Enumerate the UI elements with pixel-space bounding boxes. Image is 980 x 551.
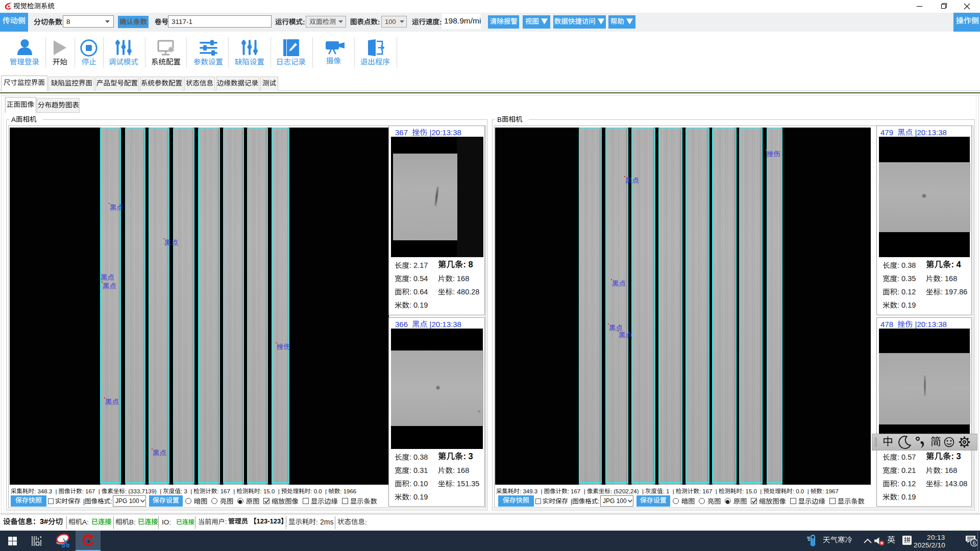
svg-text:: 1967: : 1967 bbox=[822, 488, 839, 494]
svg-text::: : bbox=[303, 18, 305, 26]
svg-text:100: 100 bbox=[385, 18, 396, 26]
svg-text:B: B bbox=[497, 116, 502, 123]
svg-text::: : bbox=[110, 498, 112, 505]
svg-text:: 15.0 |: : 15.0 | bbox=[260, 488, 281, 494]
svg-text:8: 8 bbox=[66, 18, 70, 26]
svg-text:: 0.12: : 0.12 bbox=[897, 288, 916, 296]
svg-text:IO:: IO: bbox=[162, 518, 171, 526]
svg-text:: 167 |: : 167 | bbox=[699, 488, 719, 494]
svg-text:: 1 |: : 1 | bbox=[663, 488, 676, 494]
svg-text:: 0.57: : 0.57 bbox=[897, 453, 916, 461]
svg-text:: 0.19: : 0.19 bbox=[897, 301, 916, 309]
svg-text:: 1966: : 1966 bbox=[340, 488, 356, 494]
svg-text:|20:13:38: |20:13:38 bbox=[427, 128, 461, 137]
svg-text::: : bbox=[598, 498, 599, 505]
svg-text:: 2.17: : 2.17 bbox=[409, 261, 428, 269]
svg-text:: 8: : 8 bbox=[463, 260, 473, 269]
svg-text:A: A bbox=[11, 116, 16, 123]
svg-text:: 167 |: : 167 | bbox=[82, 488, 102, 494]
svg-text:: 4: : 4 bbox=[951, 260, 962, 269]
svg-text:: 0.38: : 0.38 bbox=[409, 453, 428, 461]
svg-text::: : bbox=[225, 518, 227, 525]
svg-text:|: | bbox=[571, 498, 572, 505]
svg-text:3117-1: 3117-1 bbox=[172, 18, 192, 26]
svg-text::: : bbox=[439, 18, 442, 26]
svg-text:|20:13:38: |20:13:38 bbox=[427, 320, 461, 329]
svg-text:: 0.21: : 0.21 bbox=[897, 466, 916, 474]
svg-text:2ms: 2ms bbox=[320, 518, 333, 526]
svg-text:: 0.38: : 0.38 bbox=[897, 261, 916, 269]
svg-text:|20:13:38: |20:13:38 bbox=[913, 320, 946, 329]
svg-text:478: 478 bbox=[880, 320, 897, 329]
svg-text:: 168: : 168 bbox=[453, 274, 469, 283]
svg-text:: 0.54: : 0.54 bbox=[409, 274, 428, 283]
svg-text:: 349.3 |: : 349.3 | bbox=[520, 488, 544, 494]
svg-text:JPG 100: JPG 100 bbox=[115, 497, 139, 505]
svg-text:367: 367 bbox=[395, 128, 412, 137]
svg-text:: 143.08: : 143.08 bbox=[941, 480, 967, 488]
svg-text:: 0.0 |: : 0.0 | bbox=[793, 488, 811, 494]
svg-text:: 3 |: : 3 | bbox=[181, 488, 193, 494]
svg-text:: 3: : 3 bbox=[951, 452, 961, 461]
svg-text:|: | bbox=[83, 498, 85, 505]
svg-text:366: 366 bbox=[395, 320, 412, 329]
svg-text:: 0.19: : 0.19 bbox=[409, 493, 428, 501]
svg-text:A:: A: bbox=[82, 518, 89, 526]
svg-text:: 167 |: : 167 | bbox=[217, 488, 236, 494]
svg-text::: : bbox=[316, 518, 318, 526]
svg-text:6: 6 bbox=[972, 540, 975, 546]
svg-text:123-123: 123-123 bbox=[257, 517, 281, 525]
svg-text:B:: B: bbox=[129, 518, 136, 526]
svg-text:: 0.0 |: : 0.0 | bbox=[310, 488, 328, 494]
svg-text:: 151.35: : 151.35 bbox=[453, 480, 479, 488]
svg-text:: 348.3 |: : 348.3 | bbox=[34, 488, 59, 494]
svg-text:: 168: : 168 bbox=[941, 466, 957, 474]
svg-text:2025/2/10: 2025/2/10 bbox=[914, 541, 945, 549]
svg-text:3#: 3# bbox=[40, 517, 48, 525]
svg-text:: 15.0 |: : 15.0 | bbox=[742, 488, 763, 494]
svg-text:|20:13:38: |20:13:38 bbox=[913, 128, 946, 137]
svg-text:: 0.12: : 0.12 bbox=[897, 480, 916, 488]
svg-text:: 168: : 168 bbox=[453, 466, 469, 474]
svg-text:: (5202,24) |: : (5202,24) | bbox=[610, 488, 645, 494]
svg-text:JPG 100: JPG 100 bbox=[603, 497, 627, 505]
svg-text:479: 479 bbox=[880, 128, 897, 137]
svg-text:: 197.86: : 197.86 bbox=[941, 288, 967, 296]
svg-text:: 0.64: : 0.64 bbox=[409, 288, 428, 296]
svg-text:: 168: : 168 bbox=[941, 274, 957, 283]
svg-text:20:13: 20:13 bbox=[927, 534, 945, 541]
svg-text:: 480.28: : 480.28 bbox=[453, 288, 479, 296]
svg-text:: 0.19: : 0.19 bbox=[409, 301, 428, 309]
svg-text::: : bbox=[378, 18, 380, 26]
svg-text:: 0.10: : 0.10 bbox=[409, 480, 428, 488]
svg-text:: 0.35: : 0.35 bbox=[897, 274, 916, 283]
svg-text:: 3: : 3 bbox=[463, 452, 473, 461]
svg-text::: : bbox=[365, 518, 367, 526]
svg-text:: (333,7139) |: : (333,7139) | bbox=[125, 488, 163, 494]
svg-text:: 167 |: : 167 | bbox=[568, 488, 587, 494]
svg-text:: 0.31: : 0.31 bbox=[409, 466, 428, 474]
svg-text:198.9m/mi: 198.9m/mi bbox=[444, 16, 481, 25]
svg-text:: 0.19: : 0.19 bbox=[897, 493, 916, 501]
